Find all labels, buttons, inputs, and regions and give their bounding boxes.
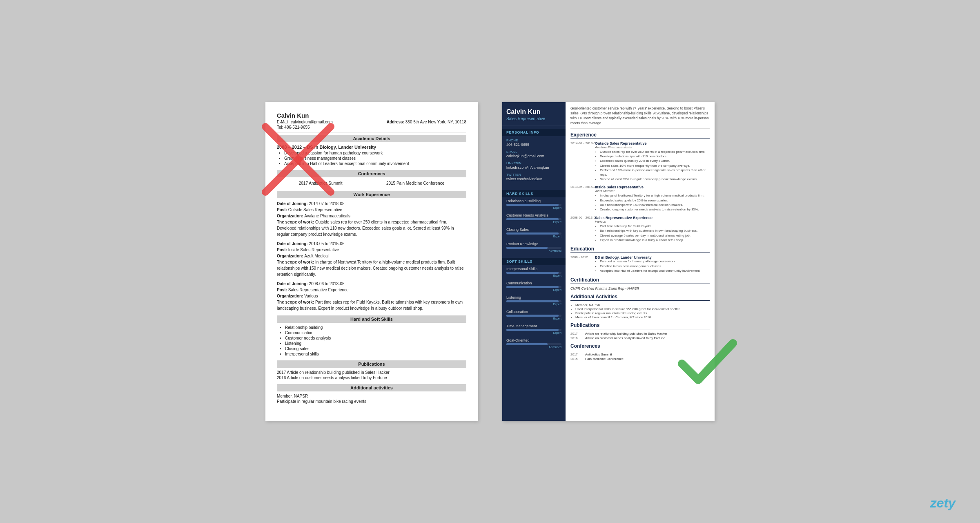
right-education-title: Education <box>570 246 710 253</box>
skill-level: Expert <box>506 303 561 306</box>
work-post-2: Post: Inside Sales Representative <box>277 247 466 253</box>
exp-title: Sales Representative Experience <box>595 216 710 220</box>
right-sidebar: Calvin Kun Sales Representative Personal… <box>502 102 566 421</box>
skill-name: Goal-Oriented <box>506 338 561 342</box>
right-email-item: E-mail calvinqkun@gmail.com <box>506 150 561 158</box>
exp-company: Various <box>595 220 710 224</box>
skill-bar-bg <box>506 232 561 235</box>
right-conferences-section: Conferences 2017Antibiotics Summit2015Pa… <box>570 343 710 361</box>
right-experience-section: Experience 2014-07 - 2018-08Outside Sale… <box>570 132 710 243</box>
experience-entry: 2014-07 - 2018-08Outside Sales Represent… <box>570 141 710 182</box>
list-item: Scored at least 99% in regular company p… <box>600 177 710 181</box>
pub-row: 2016Article on customer needs analysis l… <box>570 336 710 340</box>
left-resume-wrapper: Calvin Kun E-Mail: calvinqkun@gmail.com … <box>265 102 478 421</box>
skill-level: Expert <box>506 288 561 291</box>
edu-content: BS in Biology, Lander UniversityPursued … <box>595 255 710 273</box>
left-address-label: Address: <box>387 120 404 124</box>
exp-bullets: Part time sales rep for Fluid Kayaks.Bui… <box>595 224 710 243</box>
work-entry-2: Date of Joining: 2013-05 to 2015-06 Post… <box>277 241 466 277</box>
right-phone-value: 406-521-9655 <box>506 143 561 147</box>
right-cert-value: CNPR Certified Pharma Sales Rep - NAPSR <box>570 286 710 291</box>
exp-date: 2008-06 - 2013-05 <box>570 216 592 243</box>
skill-item: Goal-OrientedAdvanced <box>502 337 566 351</box>
conf-text: Antibiotics Summit <box>585 353 612 356</box>
left-conferences-section: Conferences 2017 Antibiotics Summit 2015… <box>277 170 466 187</box>
work-scope-2: The scope of work: In charge of Northwes… <box>277 259 466 277</box>
skill-level: Advanced <box>506 346 561 349</box>
list-item: Member, NAPSR <box>575 303 710 307</box>
skill-bar-fill <box>506 286 559 288</box>
pub-item-1: 2017 Article on relationship building pu… <box>277 370 466 375</box>
exp-title: Inside Sales Representative <box>595 185 710 189</box>
right-email-value: calvinqkun@gmail.com <box>506 154 561 158</box>
skill-bar-bg <box>506 315 561 317</box>
edu-bullets: Pursued a passion for human pathology co… <box>595 259 710 273</box>
left-contact-row: E-Mail: calvinqkun@gmail.com Address: 35… <box>277 120 466 124</box>
skill-name: Customer Needs Analysis <box>506 213 561 217</box>
right-additional-section: Additional Activities Member, NAPSRUsed … <box>570 294 710 319</box>
right-personal-title: Personal Info <box>502 129 566 136</box>
skill-bar-bg <box>506 247 561 249</box>
left-conferences-header: Conferences <box>277 170 466 177</box>
list-item: Pursued a passion for human pathology co… <box>600 259 710 264</box>
exp-content: Inside Sales RepresentativeAzult Medical… <box>595 185 710 212</box>
skill-bar-fill <box>506 218 559 220</box>
skill-bar-fill <box>506 300 559 302</box>
additional-item-1: Member, NAPSR <box>277 394 466 398</box>
skill-bar-fill <box>506 204 559 206</box>
right-name: Calvin Kun <box>506 108 561 116</box>
experience-entry: 2008-06 - 2013-05Sales Representative Ex… <box>570 216 710 243</box>
skill-item: Time ManagementExpert <box>502 322 566 337</box>
skill-name: Product Knowledge <box>506 242 561 246</box>
left-conferences-row: 2017 Antibiotics Summit 2015 Pain Medici… <box>277 180 466 187</box>
work-org-3: Organization: Various <box>277 293 466 299</box>
conf-row: 2017Antibiotics Summit <box>570 353 710 356</box>
skill-bar-fill <box>506 315 559 317</box>
right-publications-title: Publications <box>570 322 710 329</box>
right-summary: Goal-oriented customer service rep with … <box>570 106 710 129</box>
conf-item-1: 2017 Antibiotics Summit <box>299 181 343 186</box>
work-org-1: Organization: Avalane Pharmaceuticals <box>277 213 466 219</box>
list-item: Closed average 5 sales per day in outbou… <box>600 234 710 238</box>
pub-item-2: 2016 Article on customer needs analysis … <box>277 375 466 380</box>
additional-bullets: Member, NAPSRUsed interpersonal skills t… <box>570 303 710 319</box>
skill-item: CollaborationExpert <box>502 308 566 322</box>
work-entry-3: Date of Joining: 2008-06 to 2013-05 Post… <box>277 281 466 311</box>
right-education-section: Education 2008 - 2012BS in Biology, Land… <box>570 246 710 273</box>
exp-content: Outside Sales RepresentativeAvalane Phar… <box>595 141 710 182</box>
skill-bar-bg <box>506 329 561 331</box>
right-linkedin-label: LinkedIn <box>506 161 561 165</box>
list-item: Created ongoing customer needs analysis … <box>600 208 710 212</box>
list-item: Built relationships with 150 new medical… <box>600 203 710 207</box>
zety-watermark: zety <box>930 496 956 511</box>
left-academic-bullets: Developed a passion for human pathology … <box>277 151 466 166</box>
skill-name: Relationship Building <box>506 199 561 203</box>
skill-bar-fill <box>506 343 548 345</box>
skill-name: Interpersonal Skills <box>506 267 561 271</box>
right-phone-item: Phone 406-521-9655 <box>506 139 561 147</box>
skill-bar-bg <box>506 343 561 345</box>
work-post-1: Post: Outside Sales Representative <box>277 207 466 213</box>
skill-name: Collaboration <box>506 310 561 314</box>
work-post-3: Post: Sales Representative Experience <box>277 287 466 293</box>
left-work-section: Work Experience Date of Joining: 2014-07… <box>277 191 466 311</box>
skill-item: Relationship BuildingExpert <box>502 197 566 212</box>
conf-row: 2015Pain Medicine Conference <box>570 357 710 361</box>
education-entry: 2008 - 2012BS in Biology, Lander Univers… <box>570 255 710 273</box>
skill-item: ListeningExpert <box>502 294 566 308</box>
education-entries: 2008 - 2012BS in Biology, Lander Univers… <box>570 255 710 273</box>
right-cert-section: Certification CNPR Certified Pharma Sale… <box>570 277 710 291</box>
skill-level: Expert <box>506 317 561 320</box>
skill-bar-bg <box>506 286 561 288</box>
list-item: In charge of Northwest Territory for a h… <box>600 194 710 198</box>
right-resume-wrapper: Calvin Kun Sales Representative Personal… <box>502 102 715 421</box>
list-item: Customer needs analysis <box>285 336 466 340</box>
pub-text: Article on customer needs analysis linke… <box>585 336 665 340</box>
exp-bullets: In charge of Northwest Territory for a h… <box>595 194 710 212</box>
skill-item: Customer Needs AnalysisExpert <box>502 212 566 226</box>
left-publications-header: Publications <box>277 360 466 368</box>
list-item: Participate in regular mountain bike rac… <box>575 311 710 315</box>
skill-bar-bg <box>506 300 561 302</box>
skill-level: Expert <box>506 331 561 334</box>
work-org-2: Organization: Azult Medical <box>277 253 466 259</box>
